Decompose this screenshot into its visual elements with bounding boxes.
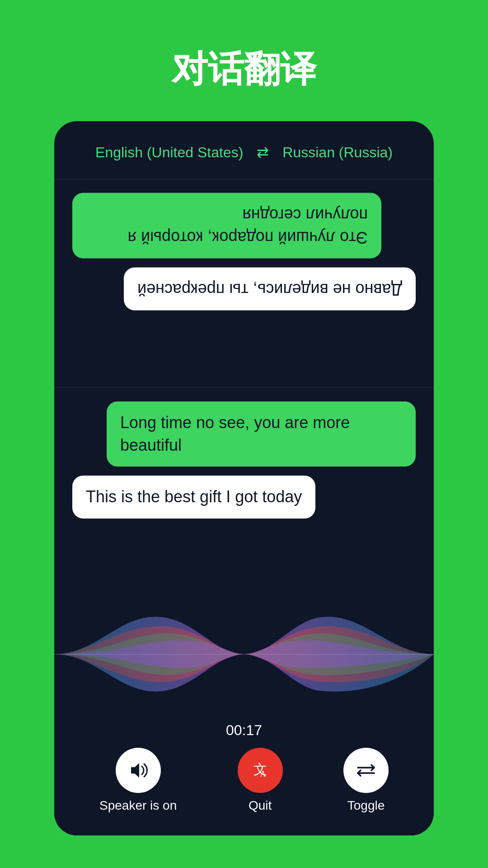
bubble-text: This is the best gift I got today <box>86 487 302 506</box>
source-language[interactable]: English (United States) <box>95 144 243 161</box>
bottom-panel-english: Long time no see, you are more beautiful… <box>54 388 434 596</box>
quit-button[interactable]: 文 A <box>238 748 283 793</box>
bubble-text: Давно не виделись, ты прекрасней <box>137 280 402 298</box>
waveform-baseline <box>54 654 434 655</box>
toggle-button-group[interactable]: Toggle <box>343 748 389 813</box>
list-item: Это лучший подарок, который я получил се… <box>72 193 381 259</box>
phone-card: English (United States) ⇄ Russian (Russi… <box>54 121 434 835</box>
swap-languages-icon[interactable]: ⇄ <box>257 144 269 161</box>
quit-label: Quit <box>249 798 272 813</box>
toggle-label: Toggle <box>347 798 385 813</box>
list-item: This is the best gift I got today <box>72 476 315 518</box>
list-item: Long time no see, you are more beautiful <box>107 401 416 467</box>
target-language[interactable]: Russian (Russia) <box>282 144 393 161</box>
speaker-icon <box>127 759 150 782</box>
bubble-text: Это лучший подарок, который я получил се… <box>128 205 368 246</box>
language-bar: English (United States) ⇄ Russian (Russi… <box>54 144 434 179</box>
page-title: 对话翻译 <box>172 45 316 94</box>
svg-text:A: A <box>260 769 266 778</box>
toggle-icon <box>354 759 378 782</box>
bubble-text: Long time no see, you are more beautiful <box>120 413 350 454</box>
speaker-button-group[interactable]: Speaker is on <box>99 748 177 813</box>
toggle-button[interactable] <box>343 748 389 793</box>
timer-display: 00:17 <box>72 722 416 739</box>
speaker-label: Speaker is on <box>99 798 177 813</box>
speaker-button[interactable] <box>116 748 161 793</box>
footer: 00:17 Speaker is on 文 A <box>54 713 434 835</box>
controls-row: Speaker is on 文 A Quit <box>72 748 416 813</box>
translate-icon: 文 A <box>249 759 272 782</box>
top-panel-russian: Давно не виделись, ты прекрасней Это луч… <box>54 179 434 387</box>
list-item: Давно не виделись, ты прекрасней <box>124 268 416 310</box>
waveform-visualization <box>54 595 434 713</box>
quit-button-group[interactable]: 文 A Quit <box>238 748 283 813</box>
